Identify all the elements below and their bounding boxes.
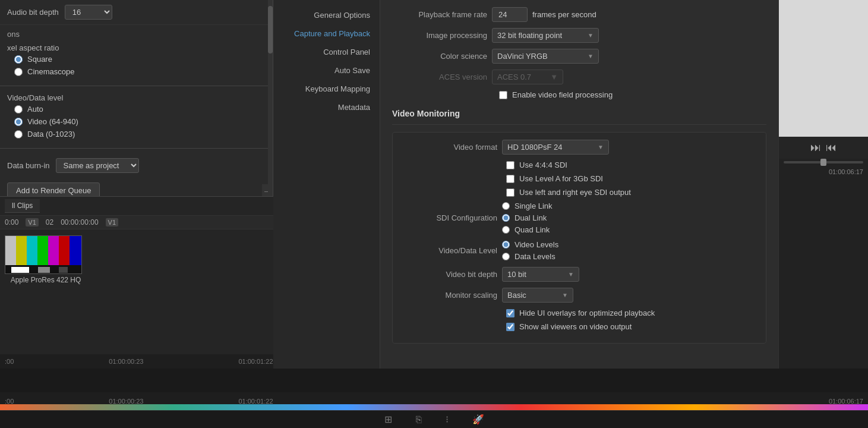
cinemascope-radio[interactable] <box>14 68 23 76</box>
cinemascope-radio-row: Cinemascope <box>14 67 258 76</box>
image-processing-row: Image processing 32 bit floating point ▼ <box>392 28 766 43</box>
video-format-value: HD 1080PsF 24 <box>507 143 563 152</box>
enable-video-field-label: Enable video field processing <box>512 90 613 99</box>
show-all-viewers-checkbox[interactable] <box>506 323 515 331</box>
separator-2 <box>0 148 273 149</box>
video-bit-depth-dropdown[interactable]: 10 bit ▼ <box>502 267 579 282</box>
dual-link-row: Dual Link <box>502 213 553 222</box>
video-levels-radio[interactable] <box>502 241 510 248</box>
playback-frame-rate-row: Playback frame rate 24 frames per second <box>392 7 766 22</box>
show-all-viewers-row: Show all viewers on video output <box>402 322 756 331</box>
color-science-row: Color science DaVinci YRGB ▼ <box>392 49 766 64</box>
grid-icon[interactable]: ⊞ <box>384 414 392 425</box>
separator-1 <box>0 86 273 86</box>
video-format-dropdown[interactable]: HD 1080PsF 24 ▼ <box>502 140 609 155</box>
sidebar-item-general-options[interactable]: General Options <box>273 6 380 24</box>
show-all-viewers-label: Show all viewers on video output <box>519 322 632 331</box>
audio-bit-depth-select[interactable]: 16 24 32 <box>65 5 112 20</box>
square-label: Square <box>27 55 52 64</box>
color-science-dropdown[interactable]: DaVinci YRGB ▼ <box>492 49 599 64</box>
dual-link-label: Dual Link <box>515 213 547 222</box>
sidebar-item-capture-playback[interactable]: Capture and Playback <box>273 24 380 43</box>
clip-thumbnail[interactable] <box>5 235 82 274</box>
dual-link-radio[interactable] <box>502 214 510 222</box>
monitor-scaling-value: Basic <box>507 291 526 300</box>
data-burnin-label: Data burn-in <box>7 161 50 170</box>
all-clips-tab[interactable]: ll Clips <box>5 199 40 213</box>
use-444-sdi-checkbox[interactable] <box>506 161 515 169</box>
video-monitoring-box: Video format HD 1080PsF 24 ▼ Use 4:4:4 S… <box>392 132 766 344</box>
image-processing-dropdown[interactable]: 32 bit floating point ▼ <box>492 28 599 43</box>
clip-thumbnail-wrapper: Apple ProRes 422 HQ <box>5 235 82 284</box>
single-link-radio[interactable] <box>502 202 510 210</box>
data-levels-radio[interactable] <box>502 253 510 260</box>
use-level-a-label: Use Level A for 3Gb SDI <box>519 174 603 183</box>
video-64-label: Video (64-940) <box>27 117 78 126</box>
data-burnin-row: Data burn-in Same as project <box>0 153 273 178</box>
single-link-label: Single Link <box>515 202 553 210</box>
data-burnin-select[interactable]: Same as project <box>56 158 139 173</box>
sdi-config-row: SDI Configuration Single Link Dual Link … <box>402 202 756 234</box>
dialog-overlay: General Options Capture and Playback Con… <box>273 0 778 369</box>
aces-version-label: ACES version <box>392 73 487 81</box>
video-format-label: Video format <box>402 143 497 152</box>
progress-bar[interactable] <box>784 161 863 163</box>
pixel-aspect-section: xel aspect ratio Square Cinemascope <box>0 41 273 81</box>
rocket-icon[interactable]: 🚀 <box>472 414 484 425</box>
timecode-zero: 00:00:00:00 <box>61 218 98 226</box>
quad-link-label: Quad Link <box>515 225 550 234</box>
video-bit-depth-label: Video bit depth <box>402 270 497 279</box>
hide-ui-overlays-checkbox[interactable] <box>506 309 515 317</box>
image-processing-value: 32 bit floating point <box>497 31 562 40</box>
use-left-right-eye-checkbox[interactable] <box>506 188 515 197</box>
auto-radio[interactable] <box>14 105 23 114</box>
square-radio-row: Square <box>14 55 258 64</box>
video-bit-depth-value: 10 bit <box>507 270 526 279</box>
video-data-label: Video/Data level <box>7 93 63 102</box>
timecode-02: 02 <box>46 218 53 226</box>
enable-video-field-row: Enable video field processing <box>392 90 766 99</box>
pixel-aspect-radio-group: Square Cinemascope <box>7 52 266 78</box>
video-64-radio[interactable] <box>14 118 23 126</box>
use-level-a-checkbox[interactable] <box>506 175 515 183</box>
video-format-row: Video format HD 1080PsF 24 ▼ <box>402 140 756 155</box>
square-radio[interactable] <box>14 55 23 64</box>
sidebar-item-keyboard-mapping[interactable]: Keyboard Mapping <box>273 80 380 98</box>
video-data-section: Video/Data level Auto Video (64-940) Dat… <box>0 91 273 143</box>
aces-version-dropdown: ACES 0.7 ▼ <box>492 70 563 84</box>
right-timecode: 01:00:06:17 <box>779 166 868 178</box>
progress-thumb <box>820 159 826 166</box>
dots-icon[interactable]: ⁝ <box>446 414 449 425</box>
playback-frame-rate-label: Playback frame rate <box>392 10 487 19</box>
data-levels-label: Data Levels <box>515 252 555 261</box>
svg-rect-1 <box>16 236 27 265</box>
use-444-sdi-label: Use 4:4:4 SDI <box>519 160 567 169</box>
bottom-icons-bar: ⊞ ⎘ ⁝ 🚀 <box>0 410 868 428</box>
video-bit-depth-arrow: ▼ <box>568 271 574 278</box>
svg-rect-4 <box>48 236 59 265</box>
prev-frame-button[interactable]: ⏮ <box>826 141 837 154</box>
sidebar-item-auto-save[interactable]: Auto Save <box>273 61 380 80</box>
data-0-radio[interactable] <box>14 130 23 139</box>
timecodes-row: 0:00 V1 02 00:00:00:00 V1 <box>0 216 273 229</box>
frames-per-second-label: frames per second <box>532 10 596 19</box>
use-left-right-eye-row: Use left and right eye SDI output <box>402 188 756 197</box>
video-data-level-radio-group: Video Levels Data Levels <box>502 240 558 261</box>
image-processing-label: Image processing <box>392 31 487 40</box>
sidebar-item-control-panel[interactable]: Control Panel <box>273 43 380 61</box>
data-levels-row: Data Levels <box>502 252 558 261</box>
aces-version-row: ACES version ACES 0.7 ▼ <box>392 70 766 84</box>
sidebar-item-metadata[interactable]: Metadata <box>273 98 380 117</box>
svg-rect-10 <box>59 267 68 273</box>
quad-link-radio[interactable] <box>502 226 510 234</box>
network-icon[interactable]: ⎘ <box>416 414 422 425</box>
aces-arrow: ▼ <box>550 73 558 81</box>
use-444-sdi-row: Use 4:4:4 SDI <box>402 160 756 169</box>
monitor-scaling-dropdown[interactable]: Basic ▼ <box>502 288 573 303</box>
next-frame-button[interactable]: ⏭ <box>810 141 821 154</box>
clip-time-mid1: 01:00:00:23 <box>109 358 143 365</box>
clip-name: Apple ProRes 422 HQ <box>5 276 82 284</box>
aces-version-value: ACES 0.7 <box>497 73 531 81</box>
use-left-right-eye-label: Use left and right eye SDI output <box>519 188 631 197</box>
enable-video-field-checkbox[interactable] <box>499 91 507 99</box>
